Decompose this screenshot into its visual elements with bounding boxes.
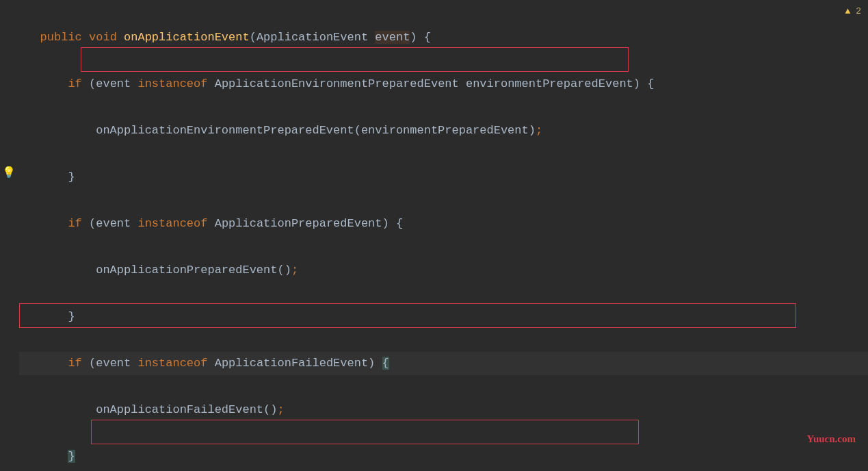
code-line: } — [19, 305, 868, 329]
code-line: if (event instanceof ApplicationEnvironm… — [19, 73, 868, 96]
code-line: onApplicationPreparedEvent(); — [19, 259, 868, 282]
code-line: if (event instanceof ApplicationPrepared… — [19, 212, 868, 236]
code-line: if (event instanceof ApplicationFailedEv… — [19, 352, 868, 375]
code-line: } — [19, 445, 868, 468]
code-line: onApplicationEnvironmentPreparedEvent(en… — [19, 119, 868, 142]
code-line: onApplicationFailedEvent(); — [19, 398, 868, 422]
code-line: } — [19, 166, 868, 189]
watermark: Yuucn.com — [806, 429, 856, 449]
code-line: public void onApplicationEvent(Applicati… — [19, 26, 868, 49]
code-editor[interactable]: public void onApplicationEvent(Applicati… — [0, 0, 868, 471]
